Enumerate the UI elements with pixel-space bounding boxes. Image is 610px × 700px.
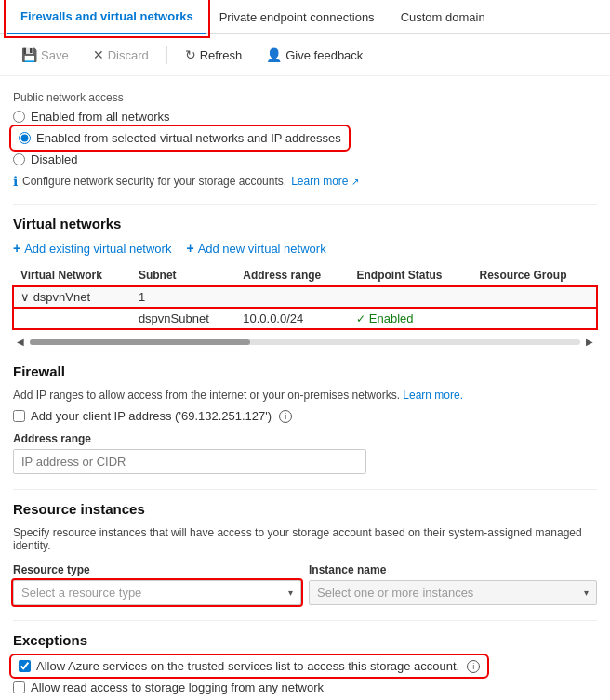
- separator: [166, 46, 167, 64]
- save-icon: 💾: [21, 47, 37, 62]
- divider-2: [13, 489, 597, 490]
- exception-azure: Allow Azure services on the trusted serv…: [13, 657, 597, 675]
- exception-logging-checkbox[interactable]: [13, 681, 25, 693]
- client-ip-checkbox[interactable]: [13, 410, 25, 422]
- external-link-icon: ↗: [351, 177, 359, 187]
- tab-bar: Firewalls and virtual networks Private e…: [0, 0, 610, 34]
- resource-grid: Resource type Select a resource type ▾ I…: [13, 563, 597, 605]
- tab-custom-domain[interactable]: Custom domain: [388, 1, 498, 33]
- resource-instances-title: Resource instances: [13, 501, 597, 517]
- add-existing-vnet-button[interactable]: + Add existing virtual network: [13, 241, 171, 256]
- radio-all-networks[interactable]: Enabled from all networks: [13, 110, 597, 124]
- add-new-vnet-button[interactable]: + Add new virtual network: [186, 241, 325, 256]
- discard-button[interactable]: ✕ Discard: [83, 42, 159, 68]
- plus-icon-existing: +: [13, 241, 20, 256]
- radio-disabled[interactable]: Disabled: [13, 152, 597, 166]
- scroll-left-btn[interactable]: ◀: [13, 335, 28, 349]
- scroll-thumb: [30, 339, 250, 345]
- divider-3: [13, 620, 597, 621]
- feedback-button[interactable]: 👤 Give feedback: [256, 42, 373, 68]
- firewall-description: Add IP ranges to allow access from the i…: [13, 389, 597, 402]
- col-status: Endpoint Status: [349, 265, 471, 286]
- client-ip-checkbox-row: Add your client IP address ('69.132.251.…: [13, 409, 597, 423]
- client-ip-info-icon[interactable]: i: [279, 410, 292, 423]
- radio-selected-input[interactable]: [19, 132, 31, 144]
- vnet-actions: + Add existing virtual network + Add new…: [13, 241, 597, 256]
- vnet-name-cell: ∨ dspvnVnet: [13, 286, 131, 309]
- child-subnet-cell: dspvnSubnet: [131, 308, 235, 329]
- col-address: Address range: [235, 265, 349, 286]
- vnet-rg-cell: [471, 286, 597, 309]
- radio-disabled-input[interactable]: [13, 153, 25, 165]
- vnet-count-cell: 1: [131, 286, 235, 309]
- radio-selected-networks[interactable]: Enabled from selected virtual networks a…: [13, 128, 597, 148]
- child-status-cell: ✓ Enabled: [349, 308, 471, 329]
- discard-icon: ✕: [93, 47, 104, 62]
- exceptions-title: Exceptions: [13, 632, 597, 648]
- check-icon: ✓: [356, 312, 368, 325]
- resource-type-label: Resource type: [13, 563, 301, 576]
- vnet-address-cell: [235, 286, 349, 309]
- divider-1: [13, 204, 597, 205]
- info-icon: ℹ: [13, 174, 18, 189]
- firewall-title: Firewall: [13, 363, 597, 379]
- plus-icon-new: +: [186, 241, 193, 256]
- resource-instances-section: Resource instances Specify resource inst…: [13, 501, 597, 605]
- refresh-button[interactable]: ↻ Refresh: [175, 42, 253, 68]
- address-range-input[interactable]: [13, 449, 366, 474]
- exceptions-list: Allow Azure services on the trusted serv…: [13, 657, 597, 700]
- col-rg: Resource Group: [471, 265, 597, 286]
- resource-instances-description: Specify resource instances that will hav…: [13, 526, 597, 552]
- instance-name-chevron: ▾: [584, 588, 589, 598]
- child-rg-cell: [471, 308, 597, 329]
- firewall-learn-more-link[interactable]: Learn more.: [403, 389, 463, 402]
- refresh-icon: ↻: [185, 47, 196, 62]
- tab-private-endpoints[interactable]: Private endpoint connections: [206, 1, 388, 33]
- resource-type-select[interactable]: Select a resource type ▾: [13, 580, 301, 605]
- resource-type-col: Resource type Select a resource type ▾: [13, 563, 301, 605]
- scroll-track[interactable]: [30, 339, 580, 345]
- resource-type-chevron: ▾: [288, 588, 293, 598]
- radio-all-input[interactable]: [13, 111, 25, 123]
- col-subnet: Subnet: [131, 265, 235, 286]
- public-network-label: Public network access: [13, 91, 597, 104]
- public-network-radio-group: Enabled from all networks Enabled from s…: [13, 110, 597, 166]
- firewall-section: Firewall Add IP ranges to allow access f…: [13, 363, 597, 474]
- instance-name-label: Instance name: [309, 563, 597, 576]
- child-address-cell: 10.0.0.0/24: [235, 308, 349, 329]
- col-vnet: Virtual Network: [13, 265, 131, 286]
- exception-azure-checkbox[interactable]: [19, 660, 31, 672]
- info-row: ℹ Configure network security for your st…: [13, 174, 597, 189]
- address-range-label: Address range: [13, 432, 597, 445]
- exceptions-section: Exceptions Allow Azure services on the t…: [13, 632, 597, 700]
- save-button[interactable]: 💾 Save: [11, 42, 79, 68]
- vnet-parent-row[interactable]: ∨ dspvnVnet 1: [13, 286, 597, 309]
- main-content: Public network access Enabled from all n…: [0, 76, 610, 700]
- child-vnet-cell: [13, 308, 131, 329]
- tab-firewalls[interactable]: Firewalls and virtual networks: [7, 0, 206, 34]
- scroll-bar: ◀ ▶: [13, 335, 597, 349]
- virtual-networks-title: Virtual networks: [13, 216, 597, 231]
- scroll-right-btn[interactable]: ▶: [582, 335, 597, 349]
- expand-icon: ∨: [20, 290, 33, 304]
- exception-azure-info-icon[interactable]: i: [467, 660, 480, 673]
- vnet-table: Virtual Network Subnet Address range End…: [13, 265, 597, 329]
- vnet-child-row[interactable]: dspvnSubnet 10.0.0.0/24 ✓ Enabled: [13, 308, 597, 329]
- learn-more-link[interactable]: Learn more ↗: [291, 175, 359, 188]
- feedback-icon: 👤: [266, 47, 282, 62]
- radio-selected-highlight: Enabled from selected virtual networks a…: [13, 128, 347, 148]
- toolbar: 💾 Save ✕ Discard ↻ Refresh 👤 Give feedba…: [0, 34, 610, 76]
- exception-azure-highlight: Allow Azure services on the trusted serv…: [13, 657, 485, 675]
- exception-logging: Allow read access to storage logging fro…: [13, 680, 597, 694]
- instance-name-col: Instance name Select one or more instanc…: [309, 563, 597, 605]
- instance-name-select[interactable]: Select one or more instances ▾: [309, 580, 597, 605]
- vnet-status-cell: [349, 286, 471, 309]
